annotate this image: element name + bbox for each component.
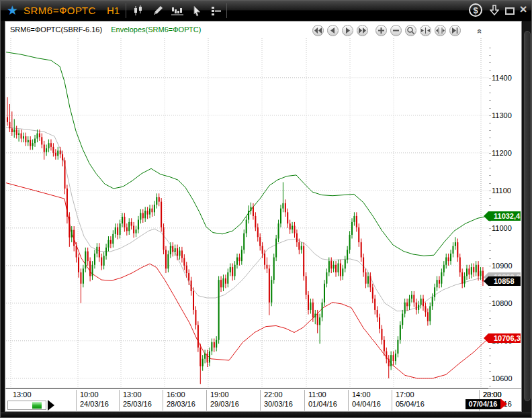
step-backward-button[interactable] [327,25,339,36]
candle-body [423,299,424,306]
draw-pencil-button[interactable] [149,3,167,18]
quotes-depth-button[interactable] [169,3,186,18]
candle-body [69,217,70,238]
terminal-window: ★ SRM6=ФОРТС H1 $× SRM6=ФОРТС(SBRF-6.16)… [0,0,532,418]
price-minor-tick [489,288,491,289]
history-scrollbar[interactable] [7,401,46,410]
candle-body [30,140,31,146]
candle-body [312,303,314,317]
candle-body [73,230,75,246]
candle-body [103,256,105,266]
star-icon: ★ [7,3,18,18]
candle-body [290,223,291,229]
time-axis-separator [119,390,120,411]
candle-body [333,265,335,269]
zoom-out-button[interactable] [390,25,402,36]
levels-list-button[interactable] [208,3,225,18]
fast-backward-button[interactable] [312,25,324,36]
restore-icon[interactable] [505,6,515,15]
candle-body [50,143,52,147]
title-bar[interactable]: ★ SRM6=ФОРТС H1 $× [1,1,532,21]
rollup-arrow-icon[interactable] [489,5,500,15]
candle-body [292,225,293,229]
candle-body [271,280,272,303]
candle-body [471,267,472,274]
go-to-end-button[interactable] [449,25,461,36]
candle-body [365,272,367,284]
candle-body [149,209,150,215]
price-minor-tick [489,183,491,184]
time-tick-label: 13:00 [13,390,32,399]
candle-body [66,189,68,217]
history-scrollbar-thumb[interactable] [32,402,42,409]
candle-body [468,268,470,274]
scroll-to-end-arrow-icon[interactable] [48,400,54,411]
zoom-area-icon [407,27,414,34]
candle-body [397,340,398,354]
candle-body [400,325,401,339]
time-tick-label: 23:00 [483,390,502,399]
candle-body [445,258,447,265]
candle-body [349,235,351,250]
candle-body [105,248,107,256]
compress-scale-button[interactable] [420,25,431,36]
close-icon[interactable]: × [517,3,529,15]
candle-body [112,234,114,244]
step-forward-button[interactable] [342,25,353,36]
zoom-in-icon [378,28,384,34]
candle-body [209,352,210,363]
time-axis-separator [206,390,207,411]
candle-body [259,237,261,246]
candle-body [227,272,228,284]
price-tick-label: 10900 [492,262,521,270]
fast-forward-button[interactable] [357,25,368,36]
expand-scale-button[interactable] [435,25,446,36]
candle-body [234,265,236,276]
price-minor-tick [489,78,491,79]
price-minor-tick [489,191,491,191]
candles-chart-button[interactable] [130,3,147,18]
zoom-in-button[interactable] [375,25,387,36]
money-icon[interactable]: $ [469,3,482,17]
candle-body [133,225,134,233]
candle-body [62,154,63,160]
zoom-area-button[interactable] [405,25,416,36]
time-axis-separator [260,390,261,411]
candle-body [441,272,442,284]
candle-body [351,222,353,235]
candle-body [36,134,38,139]
candle-body [243,233,245,250]
cursor-button[interactable] [188,3,206,18]
price-tick-label: 10800 [492,299,521,307]
candle-body [216,340,217,348]
price-minor-tick [489,160,491,161]
candle-body [181,250,183,258]
date-tick-label: 24/03/16 [80,400,109,408]
draw-pencil-icon [152,5,164,17]
price-minor-tick [489,146,491,146]
price-minor-tick [489,258,491,259]
candle-body [269,268,270,302]
candle-body [220,280,222,287]
candle-body [34,139,36,144]
vertical-scrollbar-thumb[interactable] [524,31,531,401]
candle-body [310,303,311,310]
fast-backward-icon [314,28,322,34]
candle-body [251,207,252,211]
candle-body [7,117,8,122]
time-tick-label: 19:00 [210,390,229,399]
vertical-scrollbar[interactable] [523,21,532,412]
candle-body [21,134,22,139]
candle-body [434,287,435,297]
candle-body [11,128,13,132]
chart-plot-area[interactable] [6,38,488,388]
candle-body [197,325,199,348]
candle-body [476,265,477,272]
step-backward-icon [330,28,335,34]
time-axis-separator [163,390,163,411]
price-minor-tick [489,153,491,154]
candle-body [314,314,316,318]
candle-body [437,280,438,287]
candle-body [115,227,116,234]
collapse-toolbar-button[interactable]: « [475,25,486,36]
